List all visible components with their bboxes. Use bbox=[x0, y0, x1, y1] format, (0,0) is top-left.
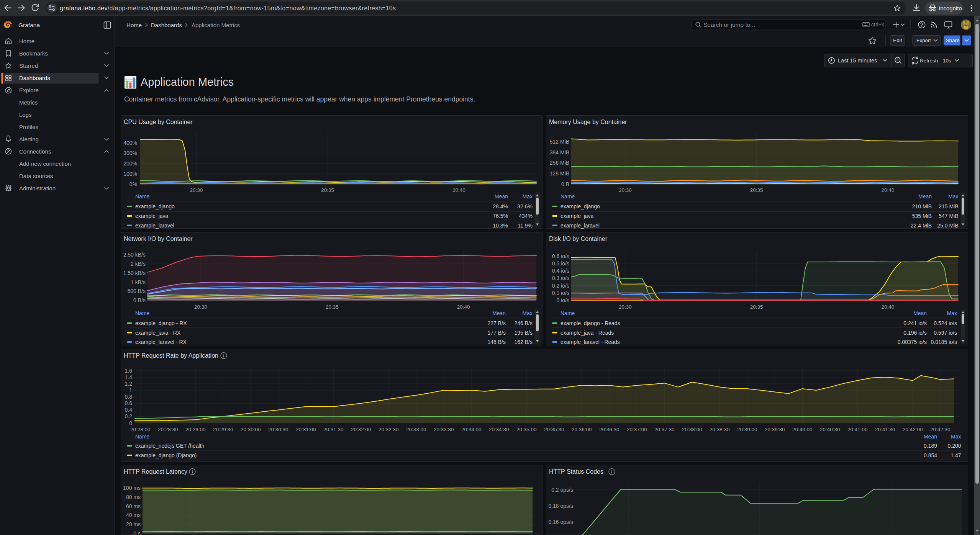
svg-text:1.47: 1.47 bbox=[951, 452, 961, 458]
svg-text:22.4 MiB: 22.4 MiB bbox=[911, 223, 932, 229]
svg-text:Name: Name bbox=[560, 193, 575, 200]
svg-text:Export: Export bbox=[916, 38, 931, 43]
svg-text:20:28:00: 20:28:00 bbox=[130, 427, 151, 432]
svg-text:20 ms: 20 ms bbox=[126, 521, 141, 527]
svg-text:example_laravel: example_laravel bbox=[560, 223, 600, 229]
svg-text:20:30: 20:30 bbox=[194, 304, 207, 310]
svg-text:20:40: 20:40 bbox=[452, 187, 465, 193]
svg-text:20:33:00: 20:33:00 bbox=[406, 427, 426, 432]
svg-text:0.2 io/s: 0.2 io/s bbox=[552, 283, 569, 289]
svg-text:1.6: 1.6 bbox=[125, 368, 133, 374]
svg-text:Incognito: Incognito bbox=[939, 5, 962, 11]
svg-text:512 MiB: 512 MiB bbox=[550, 139, 569, 145]
svg-text:example_django (Django): example_django (Django) bbox=[135, 452, 197, 458]
svg-text:20:31:30: 20:31:30 bbox=[323, 427, 344, 432]
svg-text:20:40: 20:40 bbox=[457, 304, 470, 310]
svg-text:100%: 100% bbox=[123, 171, 137, 177]
svg-text:CPU Usage by Container: CPU Usage by Container bbox=[124, 119, 193, 125]
svg-text:Application Metrics: Application Metrics bbox=[141, 76, 234, 88]
svg-text:300%: 300% bbox=[123, 150, 137, 156]
svg-text:0.0185 io/s: 0.0185 io/s bbox=[931, 339, 957, 345]
svg-text:example_java - RX: example_java - RX bbox=[135, 330, 181, 336]
svg-text:Max: Max bbox=[948, 193, 958, 200]
svg-text:20:30: 20:30 bbox=[619, 304, 632, 310]
svg-text:1.2: 1.2 bbox=[125, 381, 133, 387]
svg-text:example_nodejs GET /health: example_nodejs GET /health bbox=[135, 443, 204, 449]
svg-text:20:41:00: 20:41:00 bbox=[847, 427, 868, 432]
svg-text:Max: Max bbox=[951, 434, 961, 440]
svg-text:ctrl+k: ctrl+k bbox=[871, 21, 885, 28]
svg-text:20:35:00: 20:35:00 bbox=[516, 427, 537, 432]
svg-text:60 ms: 60 ms bbox=[126, 503, 141, 509]
svg-text:32.6%: 32.6% bbox=[517, 203, 533, 209]
svg-text:20:36:30: 20:36:30 bbox=[599, 427, 619, 432]
svg-text:0.00375 io/s: 0.00375 io/s bbox=[898, 339, 927, 345]
svg-text:0: 0 bbox=[129, 420, 132, 426]
svg-text:177 B/s: 177 B/s bbox=[488, 330, 506, 336]
svg-text:2.50 kB/s: 2.50 kB/s bbox=[123, 252, 146, 258]
svg-text:Connections: Connections bbox=[19, 148, 51, 155]
svg-text:example_java: example_java bbox=[135, 213, 169, 219]
svg-text:0 B: 0 B bbox=[561, 181, 569, 187]
svg-text:20:37:30: 20:37:30 bbox=[654, 427, 675, 432]
svg-text:0.18 ops/s: 0.18 ops/s bbox=[548, 503, 573, 509]
svg-text:20:39:00: 20:39:00 bbox=[737, 427, 757, 432]
svg-text:Edit: Edit bbox=[893, 38, 902, 43]
svg-text:HTTP Request Rate by Applicati: HTTP Request Rate by Application bbox=[124, 352, 218, 359]
svg-text:20:35: 20:35 bbox=[750, 187, 763, 193]
svg-text:20:34:00: 20:34:00 bbox=[461, 427, 482, 432]
svg-text:10s: 10s bbox=[943, 58, 951, 64]
svg-text:384 MiB: 384 MiB bbox=[550, 149, 569, 155]
svg-text:0.16 ops/s: 0.16 ops/s bbox=[548, 519, 573, 525]
svg-text:11.9%: 11.9% bbox=[518, 223, 533, 229]
svg-text:example_django: example_django bbox=[135, 203, 175, 209]
svg-text:20:30:00: 20:30:00 bbox=[241, 427, 261, 432]
svg-text:20:32:30: 20:32:30 bbox=[379, 427, 399, 432]
svg-text:example_java - Reads: example_java - Reads bbox=[560, 330, 614, 336]
svg-text:Search or jump to...: Search or jump to... bbox=[703, 21, 755, 28]
svg-text:Application Metrics: Application Metrics bbox=[192, 22, 240, 28]
svg-text:0.2: 0.2 bbox=[125, 413, 133, 419]
svg-text:example_java: example_java bbox=[560, 213, 594, 219]
svg-text:20:35: 20:35 bbox=[321, 187, 334, 193]
svg-text:Network I/O by Container: Network I/O by Container bbox=[124, 236, 193, 242]
svg-text:20:39:30: 20:39:30 bbox=[765, 427, 785, 432]
svg-text:Data sources: Data sources bbox=[19, 173, 53, 179]
svg-text:547 MiB: 547 MiB bbox=[939, 213, 958, 219]
svg-text:227 B/s: 227 B/s bbox=[488, 320, 506, 326]
svg-text:146 B/s: 146 B/s bbox=[488, 339, 506, 345]
svg-text:20:41:30: 20:41:30 bbox=[875, 427, 895, 432]
svg-text:1.50 kB/s: 1.50 kB/s bbox=[123, 270, 146, 276]
svg-text:256 MiB: 256 MiB bbox=[550, 160, 569, 166]
svg-text:0.2 ops/s: 0.2 ops/s bbox=[551, 487, 573, 493]
svg-text:example_django - RX: example_django - RX bbox=[135, 320, 187, 326]
svg-text:215 MiB: 215 MiB bbox=[939, 203, 958, 209]
svg-text:0.196 io/s: 0.196 io/s bbox=[903, 330, 927, 336]
svg-text:1: 1 bbox=[129, 387, 132, 393]
svg-text:0.597 io/s: 0.597 io/s bbox=[934, 330, 957, 336]
svg-text:100 ms: 100 ms bbox=[123, 485, 141, 491]
svg-text:195 B/s: 195 B/s bbox=[515, 330, 533, 336]
svg-text:0 s: 0 s bbox=[133, 530, 141, 535]
svg-text:Name: Name bbox=[135, 193, 150, 200]
svg-text:Last 15 minutes: Last 15 minutes bbox=[838, 57, 877, 64]
svg-text:76.5%: 76.5% bbox=[493, 213, 508, 219]
svg-text:20:37:00: 20:37:00 bbox=[627, 427, 647, 432]
svg-text:Container metrics from cAdviso: Container metrics from cAdvisor. Applica… bbox=[124, 95, 475, 103]
svg-text:Mean: Mean bbox=[492, 310, 506, 316]
svg-text:Name: Name bbox=[135, 434, 150, 440]
svg-text:20:40:30: 20:40:30 bbox=[820, 427, 840, 432]
svg-text:Dashboards: Dashboards bbox=[19, 75, 50, 81]
svg-text:10.3%: 10.3% bbox=[493, 223, 508, 229]
svg-text:example_django - Reads: example_django - Reads bbox=[560, 320, 620, 326]
svg-text:20:28:30: 20:28:30 bbox=[158, 427, 178, 432]
svg-text:HTTP Request Latency: HTTP Request Latency bbox=[124, 468, 187, 475]
svg-text:20:36:00: 20:36:00 bbox=[572, 427, 592, 432]
svg-text:20:40: 20:40 bbox=[882, 304, 895, 310]
svg-text:500 B/s: 500 B/s bbox=[128, 288, 146, 294]
svg-text:HTTP Status Codes: HTTP Status Codes bbox=[549, 468, 603, 475]
svg-text:Dashboards: Dashboards bbox=[151, 22, 182, 28]
svg-text:Name: Name bbox=[560, 310, 575, 316]
svg-text:20:40: 20:40 bbox=[882, 187, 895, 193]
svg-text:0.1 io/s: 0.1 io/s bbox=[552, 290, 569, 296]
